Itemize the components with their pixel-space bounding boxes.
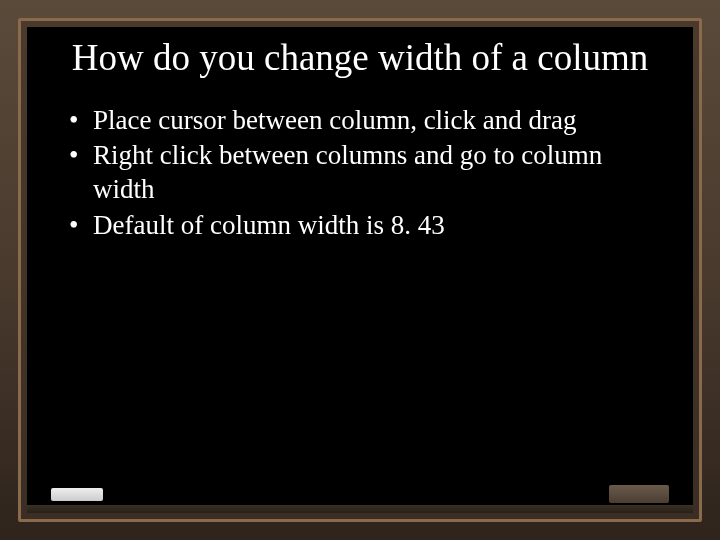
list-item: Default of column width is 8. 43 <box>65 209 655 243</box>
chalk-icon <box>51 488 103 501</box>
chalkboard-surface: How do you change width of a column Plac… <box>27 27 693 513</box>
list-item: Right click between columns and go to co… <box>65 139 655 207</box>
chalkboard-frame: How do you change width of a column Plac… <box>18 18 702 522</box>
bullet-list: Place cursor between column, click and d… <box>57 104 663 243</box>
chalk-ledge <box>27 505 693 513</box>
slide-title: How do you change width of a column <box>57 37 663 80</box>
eraser-icon <box>609 485 669 503</box>
list-item: Place cursor between column, click and d… <box>65 104 655 138</box>
